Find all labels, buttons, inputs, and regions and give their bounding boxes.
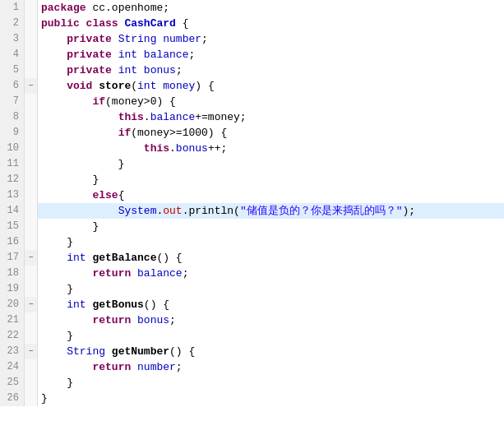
fold-toggle[interactable]: − (25, 78, 38, 94)
code-content: } (38, 234, 504, 250)
table-row: 3 private String number; (0, 31, 504, 47)
code-content: } (38, 219, 504, 234)
table-row: 7 if(money>0) { (0, 94, 504, 109)
table-row: 12 } (0, 172, 504, 187)
table-row: 1package cc.openhome; (0, 0, 504, 16)
code-content: private int balance; (38, 47, 504, 62)
fold-toggle (25, 109, 38, 125)
fold-toggle (25, 359, 38, 375)
fold-toggle (25, 16, 38, 31)
table-row: 24 return number; (0, 359, 504, 375)
line-number: 25 (0, 375, 25, 391)
code-content: } (38, 281, 504, 297)
line-number: 6 (0, 78, 25, 94)
line-number: 2 (0, 16, 25, 31)
code-content: int getBonus() { (38, 297, 504, 312)
fold-toggle (25, 31, 38, 47)
table-row: 9 if(money>=1000) { (0, 125, 504, 141)
line-number: 4 (0, 47, 25, 62)
fold-toggle (25, 156, 38, 172)
line-number: 10 (0, 141, 25, 156)
fold-toggle (25, 62, 38, 78)
fold-toggle (25, 203, 38, 219)
line-number: 14 (0, 203, 25, 219)
table-row: 4 private int balance; (0, 47, 504, 62)
code-content: void store(int money) { (38, 78, 504, 94)
fold-toggle (25, 375, 38, 391)
line-number: 15 (0, 219, 25, 234)
line-number: 11 (0, 156, 25, 172)
code-content: System.out.println("储值是负的？你是来捣乱的吗？"); (38, 203, 504, 219)
code-content: String getNumber() { (38, 344, 504, 359)
code-content: private int bonus; (38, 62, 504, 78)
fold-toggle[interactable]: − (25, 297, 38, 312)
fold-toggle (25, 0, 38, 16)
code-content: return number; (38, 359, 504, 375)
code-content: if(money>0) { (38, 94, 504, 109)
table-row: 8 this.balance+=money; (0, 109, 504, 125)
fold-toggle (25, 391, 38, 406)
table-row: 19 } (0, 281, 504, 297)
code-content: this.balance+=money; (38, 109, 504, 125)
fold-toggle (25, 172, 38, 187)
table-row: 15 } (0, 219, 504, 234)
table-row: 23− String getNumber() { (0, 344, 504, 359)
table-row: 18 return balance; (0, 266, 504, 281)
fold-toggle (25, 234, 38, 250)
line-number: 21 (0, 312, 25, 328)
line-number: 8 (0, 109, 25, 125)
line-number: 18 (0, 266, 25, 281)
fold-toggle (25, 125, 38, 141)
table-row: 17− int getBalance() { (0, 250, 504, 266)
table-row: 20− int getBonus() { (0, 297, 504, 312)
line-number: 12 (0, 172, 25, 187)
code-content: } (38, 391, 504, 406)
fold-toggle (25, 47, 38, 62)
line-number: 3 (0, 31, 25, 47)
line-number: 17 (0, 250, 25, 266)
fold-toggle (25, 328, 38, 344)
code-content: int getBalance() { (38, 250, 504, 266)
table-row: 25 } (0, 375, 504, 391)
code-content: } (38, 328, 504, 344)
fold-toggle (25, 312, 38, 328)
line-number: 5 (0, 62, 25, 78)
code-editor: 1package cc.openhome;2public class CashC… (0, 0, 504, 421)
line-number: 22 (0, 328, 25, 344)
line-number: 19 (0, 281, 25, 297)
line-number: 23 (0, 344, 25, 359)
code-content: private String number; (38, 31, 504, 47)
table-row: 2public class CashCard { (0, 16, 504, 31)
code-content: return balance; (38, 266, 504, 281)
table-row: 16 } (0, 234, 504, 250)
line-number: 26 (0, 391, 25, 406)
line-number: 13 (0, 187, 25, 203)
table-row: 5 private int bonus; (0, 62, 504, 78)
line-number: 20 (0, 297, 25, 312)
fold-toggle (25, 187, 38, 203)
fold-toggle (25, 94, 38, 109)
fold-toggle (25, 266, 38, 281)
table-row: 11 } (0, 156, 504, 172)
code-content: } (38, 375, 504, 391)
table-row: 26} (0, 391, 504, 406)
code-content: this.bonus++; (38, 141, 504, 156)
table-row: 10 this.bonus++; (0, 141, 504, 156)
line-number: 9 (0, 125, 25, 141)
fold-toggle[interactable]: − (25, 344, 38, 359)
code-content: package cc.openhome; (38, 0, 504, 16)
table-row: 6− void store(int money) { (0, 78, 504, 94)
fold-toggle (25, 141, 38, 156)
table-row: 13 else{ (0, 187, 504, 203)
line-number: 16 (0, 234, 25, 250)
line-number: 24 (0, 359, 25, 375)
table-row: 21 return bonus; (0, 312, 504, 328)
code-content: } (38, 156, 504, 172)
fold-toggle[interactable]: − (25, 250, 38, 266)
fold-toggle (25, 281, 38, 297)
table-row: 22 } (0, 328, 504, 344)
line-number: 1 (0, 0, 25, 16)
code-content: return bonus; (38, 312, 504, 328)
table-row: 14 System.out.println("储值是负的？你是来捣乱的吗？"); (0, 203, 504, 219)
fold-toggle (25, 219, 38, 234)
